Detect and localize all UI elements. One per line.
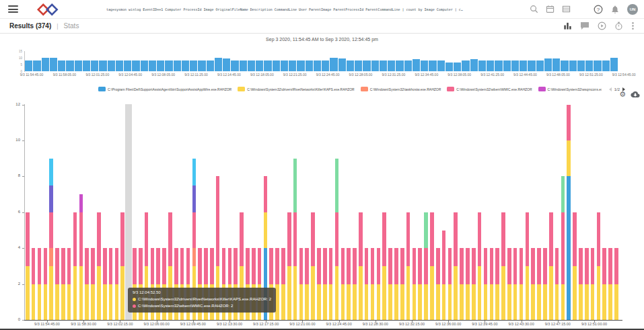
histogram-bar[interactable] [289, 60, 296, 71]
stacked-bar[interactable] [293, 159, 297, 320]
histogram-bar[interactable] [141, 60, 148, 71]
histogram-bar[interactable] [223, 58, 230, 72]
histogram-bar[interactable] [577, 60, 585, 71]
stacked-bar[interactable] [382, 212, 386, 320]
stacked-bar[interactable] [454, 212, 458, 320]
stacked-bar[interactable] [472, 248, 476, 320]
stacked-bar[interactable] [49, 159, 53, 320]
histogram-bar[interactable] [454, 63, 461, 71]
histogram-bar[interactable] [388, 60, 395, 71]
histogram-bar[interactable] [25, 60, 32, 71]
user-avatar[interactable]: UN [627, 4, 638, 15]
stacked-bar[interactable] [353, 248, 357, 320]
stacked-bar[interactable] [424, 212, 428, 320]
histogram-bar[interactable] [544, 58, 552, 71]
histogram-bar[interactable] [157, 60, 164, 71]
stacked-bar[interactable] [555, 248, 559, 320]
stacked-bar[interactable] [377, 248, 381, 320]
histogram-bar[interactable] [421, 60, 428, 71]
stacked-bar[interactable] [388, 248, 392, 320]
histogram-bar[interactable] [470, 59, 478, 71]
histogram-bar[interactable] [552, 58, 560, 71]
notifications-bell-icon[interactable] [610, 5, 620, 14]
stacked-bar[interactable] [32, 248, 36, 320]
stacked-bar[interactable] [67, 248, 71, 320]
histogram-bar[interactable] [165, 60, 172, 71]
stacked-bar[interactable] [507, 248, 511, 320]
histogram-bar[interactable] [462, 60, 469, 71]
timer-icon[interactable] [614, 22, 623, 30]
stacked-bar[interactable] [495, 248, 499, 320]
stacked-bar[interactable] [347, 248, 351, 320]
histogram-bar[interactable] [58, 60, 65, 71]
histogram-bar[interactable] [503, 60, 511, 71]
stacked-bar[interactable] [549, 212, 553, 320]
query-input[interactable]: tag=sysmon winlog EventID==1 Computer Pr… [106, 7, 524, 11]
stacked-bar[interactable] [91, 248, 95, 320]
stacked-bar[interactable] [299, 248, 303, 320]
histogram-bar[interactable] [207, 60, 214, 71]
histogram-bar[interactable] [495, 60, 502, 71]
stacked-bar[interactable] [520, 248, 524, 320]
overflow-menu-icon[interactable] [631, 22, 635, 30]
hamburger-menu-icon[interactable] [8, 5, 18, 13]
histogram-bar[interactable] [116, 60, 123, 71]
results-list-icon[interactable] [562, 5, 571, 13]
stacked-bar[interactable] [120, 212, 124, 320]
stacked-bar[interactable] [26, 212, 30, 320]
histogram-bar[interactable] [273, 60, 280, 71]
histogram-bar[interactable] [429, 60, 436, 71]
stacked-bar[interactable] [97, 212, 101, 320]
histogram-bar[interactable] [174, 60, 181, 71]
stacked-bar[interactable] [73, 212, 77, 320]
histogram-bar[interactable] [198, 60, 205, 71]
stacked-bar[interactable] [371, 248, 375, 320]
stacked-bar[interactable] [275, 248, 279, 320]
stacked-bar[interactable] [501, 212, 505, 320]
legend-item[interactable]: C:\Windows\System32\drivers\RivetNetwork… [238, 87, 355, 91]
stacked-bar[interactable] [591, 248, 595, 320]
stacked-bar[interactable] [394, 248, 398, 320]
histogram-bar[interactable] [561, 60, 568, 71]
stacked-bar[interactable] [413, 248, 417, 320]
stacked-bar[interactable] [329, 248, 333, 320]
stacked-bar[interactable] [531, 248, 535, 320]
download-cloud-icon[interactable] [631, 91, 640, 98]
histogram-bar[interactable] [50, 58, 57, 71]
comments-icon[interactable] [580, 22, 589, 30]
histogram-bar[interactable] [91, 60, 98, 71]
histogram-bar[interactable] [610, 58, 618, 71]
stacked-bar[interactable] [103, 248, 107, 320]
stacked-bar[interactable] [85, 248, 89, 320]
stacked-bar[interactable] [55, 248, 59, 320]
stacked-bar[interactable] [460, 248, 464, 320]
stacked-bar[interactable] [38, 248, 42, 320]
legend-item[interactable]: C:\Windows\System32\wbem\WMIC.exe.RAHZOR [447, 87, 532, 91]
stacked-bar[interactable] [608, 248, 612, 320]
stacked-bar[interactable] [543, 248, 547, 320]
histogram-bar[interactable] [306, 60, 313, 71]
stacked-bar[interactable] [359, 212, 363, 320]
histogram-bar[interactable] [487, 60, 494, 71]
histogram-bar[interactable] [124, 60, 131, 71]
stacked-bar[interactable] [573, 212, 577, 320]
stacked-bar[interactable] [281, 248, 285, 320]
calendar-icon[interactable] [546, 5, 554, 13]
histogram-bar[interactable] [536, 60, 544, 71]
stacked-bar[interactable] [317, 248, 321, 320]
tab-stats[interactable]: Stats [64, 22, 79, 30]
stacked-bar[interactable] [478, 212, 482, 320]
stacked-bar[interactable] [526, 212, 530, 320]
stacked-bar[interactable] [341, 248, 345, 320]
histogram-bar[interactable] [66, 60, 73, 71]
legend-item[interactable]: C:\Windows\System32\wsqmcons.exe.RAHZOR [538, 87, 602, 91]
histogram-bar[interactable] [585, 60, 593, 71]
histogram-bar[interactable] [437, 60, 445, 71]
stacked-bar[interactable] [585, 248, 589, 320]
histogram-bar[interactable] [215, 58, 222, 71]
histogram-bar[interactable] [75, 60, 82, 71]
histogram-bar[interactable] [347, 60, 354, 71]
search-icon[interactable] [530, 5, 538, 13]
legend-item[interactable]: C:\Program Files\Dell\SupportAssistAgent… [98, 87, 231, 91]
chart-view-icon[interactable] [563, 22, 572, 30]
